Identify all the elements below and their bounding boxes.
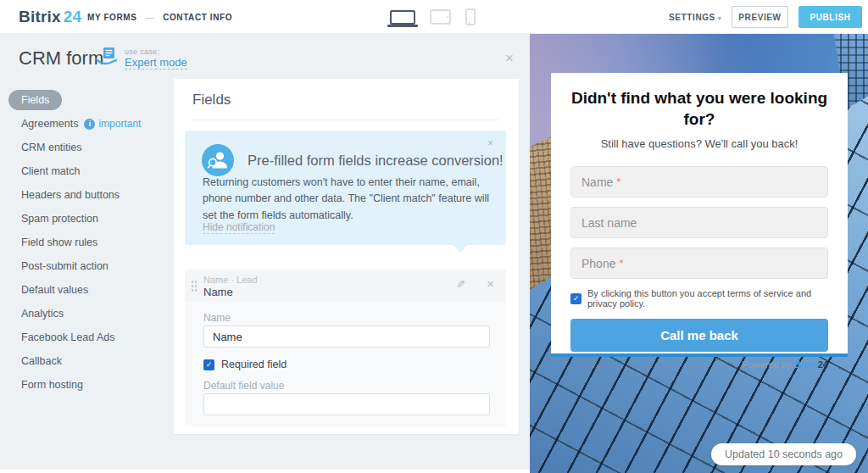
sidebar-item[interactable]: Form hosting xyxy=(8,375,96,395)
nav-contact-info[interactable]: CONTACT INFO xyxy=(163,13,232,22)
fields-editor-panel: Fields × Pre-filled form fields increase… xyxy=(174,79,519,434)
logo-text-primary: Bitrix xyxy=(19,8,61,25)
consent-checkbox-row[interactable]: ✓ By clicking this button you accept ter… xyxy=(570,288,828,309)
notification-body: Returning customers won't have to enter … xyxy=(203,175,491,224)
required-field-checkbox-row[interactable]: ✓ Required field xyxy=(203,359,287,370)
top-actions: SETTINGS▾ PREVIEW PUBLISH xyxy=(669,0,862,34)
required-asterisk: * xyxy=(619,257,623,270)
sidebar-item[interactable]: Fields xyxy=(8,90,62,110)
drag-handle-icon[interactable] xyxy=(191,280,197,292)
sidebar-item[interactable]: Client match xyxy=(8,161,92,181)
nav-separator: — xyxy=(146,13,155,22)
required-asterisk: * xyxy=(616,175,620,188)
use-case-icon xyxy=(96,47,118,66)
field-placeholder: Name xyxy=(581,175,613,189)
chevron-down-icon: ▾ xyxy=(718,15,721,21)
close-icon[interactable]: × xyxy=(487,138,493,148)
important-badge-label: important xyxy=(98,118,141,130)
field-card-name: Name · Lead Name ✎ × Name ✓ Required fie… xyxy=(185,270,506,426)
preview-form-field[interactable]: Phone * xyxy=(570,248,828,279)
sidebar-item[interactable]: Default values xyxy=(8,280,101,300)
sidebar-item[interactable]: Agreements i important xyxy=(8,114,153,134)
sidebar-item-label: Field show rules xyxy=(21,236,97,248)
panel-title: Fields xyxy=(192,92,231,109)
top-bar: Bitrix24 MY FORMS — CONTACT INFO SETTING… xyxy=(0,0,868,34)
sidebar-item[interactable]: Analytics xyxy=(8,303,76,324)
desktop-icon[interactable] xyxy=(390,10,415,25)
brand-accent[interactable]: 24 xyxy=(818,359,828,370)
sidebar-item-label: Form hosting xyxy=(21,379,83,391)
info-icon: i xyxy=(84,119,95,130)
checkbox-checked-icon[interactable]: ✓ xyxy=(203,359,214,370)
close-icon[interactable]: × xyxy=(505,51,514,65)
builder-footer: SAVE CANCEL xyxy=(0,468,530,473)
divider xyxy=(192,120,500,120)
sidebar-item[interactable]: CRM entities xyxy=(8,137,95,158)
name-field-input[interactable] xyxy=(203,326,490,348)
sidebar-item[interactable]: Headers and buttons xyxy=(8,185,132,205)
preview-form-field[interactable]: Last name xyxy=(570,207,828,238)
sidebar-item[interactable]: Callback xyxy=(8,351,75,371)
sidebar-item-label: CRM entities xyxy=(21,142,82,153)
sidebar-item-label: Analytics xyxy=(21,308,64,320)
brand-primary[interactable]: Bitrix xyxy=(794,359,818,370)
consent-text: By clicking this button you accept terms… xyxy=(587,288,828,309)
tablet-icon[interactable] xyxy=(430,9,451,25)
sidebar-item[interactable]: Spam protection xyxy=(8,209,111,229)
call-me-back-button[interactable]: Call me back xyxy=(570,319,828,352)
nav-my-forms[interactable]: MY FORMS xyxy=(87,13,137,22)
logo-text-accent: 24 xyxy=(64,8,82,25)
form-builder-panel: CRM form use case: Expert mode × Fields xyxy=(0,34,530,473)
sidebar-item-label: Facebook Lead Ads xyxy=(21,331,115,343)
default-value-input[interactable] xyxy=(203,393,490,415)
required-field-label: Required field xyxy=(221,359,287,370)
use-case-label: use case: xyxy=(125,47,187,56)
client-search-icon xyxy=(202,144,234,176)
use-case-control: use case: Expert mode xyxy=(96,47,187,70)
sidebar-item[interactable]: Facebook Lead Ads xyxy=(8,327,128,348)
sidebar-item-label: Callback xyxy=(21,355,62,367)
sidebar-item[interactable]: Post-submit action xyxy=(8,256,121,276)
remove-field-icon[interactable]: × xyxy=(487,277,494,290)
status-badge: Updated 10 seconds ago xyxy=(711,443,856,465)
settings-label: SETTINGS xyxy=(669,13,715,22)
field-type-label: Name · Lead xyxy=(203,275,258,285)
sidebar-item[interactable]: Field show rules xyxy=(8,232,110,253)
preview-form-subtitle: Still have questions? We'll call you bac… xyxy=(570,137,828,150)
hide-notification-link[interactable]: Hide notification xyxy=(203,221,275,234)
preview-button[interactable]: PREVIEW xyxy=(732,6,788,28)
device-switcher xyxy=(390,0,476,34)
form-preview-background: Didn't find what you were looking for? S… xyxy=(530,34,868,473)
sidebar-item-label: Headers and buttons xyxy=(21,189,120,201)
sidebar-item-label: Post-submit action xyxy=(21,260,108,272)
notification-pointer xyxy=(452,244,469,253)
app-window: Bitrix24 MY FORMS — CONTACT INFO SETTING… xyxy=(0,0,868,473)
powered-by-text: Powered by xyxy=(743,359,792,370)
preview-form-field[interactable]: Name * xyxy=(570,166,828,198)
name-field-label: Name xyxy=(203,312,231,324)
page-title: CRM form xyxy=(19,47,103,70)
default-value-label: Default field value xyxy=(203,380,284,392)
publish-button[interactable]: PUBLISH xyxy=(798,6,862,28)
sidebar-item-label: Agreements xyxy=(21,118,78,130)
bitrix24-logo[interactable]: Bitrix24 xyxy=(19,8,81,26)
mobile-icon[interactable] xyxy=(465,8,476,25)
notification-title: Pre-filled form fields increase conversi… xyxy=(248,153,504,169)
powered-by: Powered byBitrix24 xyxy=(570,359,828,370)
sidebar-item-label: Spam protection xyxy=(21,213,98,225)
field-card-body: Name ✓ Required field Default field valu… xyxy=(185,302,506,426)
preview-form-fields: Name * Last name Phone * xyxy=(570,166,828,279)
settings-menu[interactable]: SETTINGS▾ xyxy=(669,13,721,22)
sidebar-item-label: Fields xyxy=(21,94,49,106)
important-badge: i important xyxy=(84,118,141,130)
field-placeholder: Phone xyxy=(581,257,615,270)
checkbox-checked-icon[interactable]: ✓ xyxy=(570,293,581,304)
field-card-header: Name · Lead Name ✎ × xyxy=(185,270,506,302)
preview-form-card: Didn't find what you were looking for? S… xyxy=(551,73,848,357)
breadcrumb: MY FORMS — CONTACT INFO xyxy=(87,13,232,22)
sidebar-item-label: Default values xyxy=(21,284,88,296)
conversion-notification: × Pre-filled form fields increase conver… xyxy=(185,131,506,245)
edit-pencil-icon[interactable]: ✎ xyxy=(456,278,465,291)
use-case-value-link[interactable]: Expert mode xyxy=(125,56,187,70)
field-placeholder: Last name xyxy=(581,216,637,230)
